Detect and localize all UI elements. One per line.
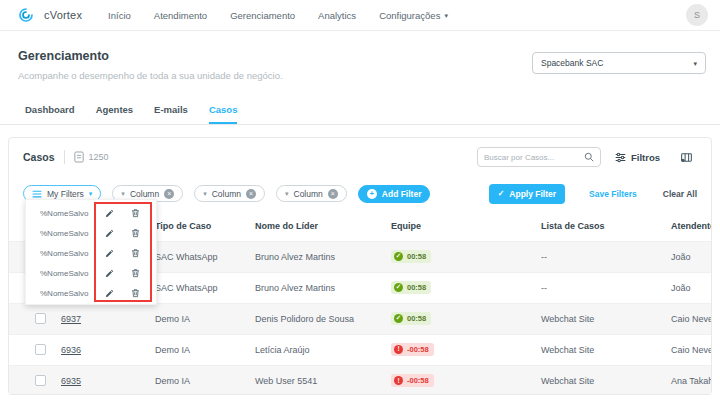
brand[interactable]: cVortex [18, 7, 82, 23]
saved-filter-item[interactable]: %NomeSalvo [26, 223, 156, 243]
table-columns-icon [680, 151, 693, 164]
saved-filter-label: %NomeSalvo [40, 249, 105, 258]
saved-filter-label: %NomeSalvo [40, 269, 105, 278]
sliders-icon [615, 152, 626, 163]
column-settings-button[interactable] [680, 151, 693, 164]
cell-lista: Webchat Site [536, 303, 671, 334]
close-icon[interactable]: × [328, 189, 338, 199]
add-filter-button[interactable]: + Add Filter [358, 185, 431, 203]
sla-value: 00:58 [407, 283, 426, 292]
document-icon [74, 151, 84, 163]
casos-count: 1250 [89, 152, 109, 162]
sla-value: 00:58 [407, 252, 426, 261]
nav-item-configuracoes-label: Configurações [379, 10, 440, 21]
column-filter-chip[interactable]: ▾ Column × [276, 185, 347, 202]
nav-item-gerenciamento[interactable]: Gerenciamento [230, 10, 295, 21]
apply-filter-button[interactable]: ✓ Apply Filter [489, 184, 565, 204]
sla-badge: !-00:58 [391, 343, 434, 356]
divider [64, 150, 65, 164]
sla-badge: ✓00:58 [391, 312, 431, 325]
case-number-link[interactable]: 6935 [61, 376, 81, 386]
nav-item-atendimento[interactable]: Atendimento [154, 10, 207, 21]
sliders-icon [32, 189, 42, 199]
close-icon[interactable]: × [246, 189, 256, 199]
cell-lista: Webchat Site [536, 365, 671, 395]
close-icon[interactable]: × [164, 189, 174, 199]
casos-title: Casos [23, 151, 55, 163]
sla-value: -00:58 [407, 345, 429, 354]
cell-atendente: João [671, 241, 711, 272]
page-subtitle: Acompanhe o desempenho de toda a sua uni… [18, 70, 283, 81]
add-filter-label: Add Filter [382, 189, 422, 199]
cell-lista: Webchat Site [536, 334, 671, 365]
edit-icon[interactable] [105, 229, 114, 238]
sla-value: -00:58 [407, 376, 429, 385]
header-tipo: Tipo de Caso [155, 211, 255, 241]
cell-lider: Web User 5541 [255, 365, 386, 395]
nav-item-analytics[interactable]: Analytics [318, 10, 356, 21]
page-title: Gerenciamento [18, 49, 109, 63]
clear-all-link[interactable]: Clear All [663, 189, 697, 199]
top-navigation: cVortex Início Atendimento Gerenciamento… [0, 0, 720, 31]
cell-tipo: SAC WhatsApp [155, 272, 255, 303]
saved-filter-item[interactable]: %NomeSalvo [26, 283, 156, 303]
delete-icon[interactable] [131, 208, 140, 218]
search-box [477, 147, 601, 167]
table-row: 6937 Demo IA Denis Polidoro de Sousa ✓00… [9, 303, 711, 334]
header-lider: Nome do Líder [255, 211, 386, 241]
header-lista: Lista de Casos [536, 211, 671, 241]
delete-icon[interactable] [131, 228, 140, 238]
cell-lista: -- [536, 241, 671, 272]
saved-filter-label: %NomeSalvo [40, 209, 105, 218]
delete-icon[interactable] [131, 288, 140, 298]
check-icon: ✓ [394, 283, 403, 292]
save-filters-link[interactable]: Save Filters [589, 189, 637, 199]
cell-tipo: Demo IA [155, 303, 255, 334]
edit-icon[interactable] [105, 249, 114, 258]
tab-dashboard[interactable]: Dashboard [25, 104, 75, 124]
saved-filter-item[interactable]: %NomeSalvo [26, 243, 156, 263]
saved-filter-item[interactable]: %NomeSalvo [26, 203, 156, 223]
my-filters-label: My Filters [47, 189, 84, 199]
row-checkbox[interactable] [35, 375, 46, 386]
search-input[interactable] [484, 153, 584, 162]
column-filter-chip[interactable]: ▾ Column × [194, 185, 265, 202]
filters-button[interactable]: Filtros [615, 152, 660, 163]
app-window: cVortex Início Atendimento Gerenciamento… [0, 0, 720, 401]
nav-item-configuracoes[interactable]: Configurações ▾ [379, 10, 448, 21]
edit-icon[interactable] [105, 209, 114, 218]
tab-casos[interactable]: Casos [209, 104, 238, 124]
delete-icon[interactable] [131, 268, 140, 278]
case-number-link[interactable]: 6936 [61, 345, 81, 355]
tab-emails[interactable]: E-mails [154, 104, 188, 124]
row-checkbox[interactable] [35, 344, 46, 355]
saved-filter-item[interactable]: %NomeSalvo [26, 263, 156, 283]
business-unit-select[interactable]: Spacebank SAC ▾ [532, 52, 706, 74]
edit-icon[interactable] [105, 269, 114, 278]
table-row: 6936 Demo IA Letícia Araújo !-00:58 Webc… [9, 334, 711, 365]
chevron-down-icon: ▾ [285, 190, 289, 197]
business-unit-select-value: Spacebank SAC [541, 58, 603, 68]
avatar[interactable]: S [686, 4, 708, 26]
sla-badge: ✓00:58 [391, 250, 431, 263]
header-atendente: Atendente [671, 211, 711, 241]
tab-agentes[interactable]: Agentes [96, 104, 133, 124]
sla-badge: ✓00:58 [391, 281, 431, 294]
search-icon[interactable] [584, 152, 594, 162]
row-checkbox[interactable] [35, 313, 46, 324]
cell-lista: -- [536, 272, 671, 303]
cell-tipo: Demo IA [155, 334, 255, 365]
cvortex-logo-icon [18, 7, 34, 23]
edit-icon[interactable] [105, 289, 114, 298]
cell-tipo: SAC WhatsApp [155, 241, 255, 272]
nav-item-inicio[interactable]: Início [108, 10, 131, 21]
cell-atendente: João [671, 272, 711, 303]
chevron-down-icon: ▾ [121, 190, 125, 197]
delete-icon[interactable] [131, 248, 140, 258]
casos-card-header: Casos 1250 [9, 138, 711, 176]
saved-filter-label: %NomeSalvo [40, 229, 105, 238]
sla-value: 00:58 [407, 314, 426, 323]
alert-icon: ! [394, 376, 403, 385]
case-number-link[interactable]: 6937 [61, 314, 81, 324]
cell-lider: Bruno Alvez Martins [255, 272, 386, 303]
